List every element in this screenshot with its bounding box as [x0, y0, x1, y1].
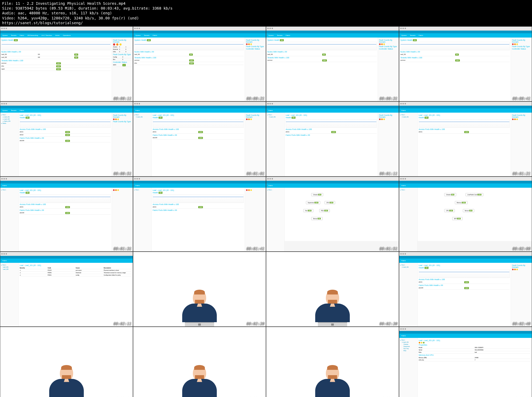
frame-4: SystemTenantsFabric System Health 95Node…	[399, 26, 532, 101]
laptop-icon	[185, 322, 214, 326]
tenants-title: Tenants With Health ≤ 100	[1, 60, 111, 62]
timestamp: 00:00:11	[113, 96, 131, 101]
frame-10: Fabric ▸ Pod 1Leaf - Leaf_101 (ID - 101)…	[133, 177, 266, 252]
frame-13: Fabric ▸ Pod 1Leaf_101Leaf_102Leaf - Lea…	[0, 252, 133, 327]
frame-14: 00:02:20	[133, 252, 266, 327]
file-metadata: File: 11 - 2.2 Investigating Physical He…	[0, 0, 532, 26]
health-chart	[1, 42, 111, 50]
properties-table: ModelN9K-C9396PXSerialSAL1819S0E6Rolelea…	[419, 346, 531, 354]
topology-view[interactable]: Chassis 99 Supervisor 100 CPU 100 Fan 10…	[285, 188, 399, 241]
frame-16: Fabric ▸ Pod 1▾ Leaf_101Leaf - Leaf_101 …	[399, 252, 532, 327]
frame-1: SystemTenantsFabricVM NetworkingL4-L7 Se…	[0, 26, 133, 101]
presenter	[133, 252, 266, 326]
mem-cpu-title: Memory And CPU	[419, 354, 531, 356]
frame-5: SystemTenantsFabric ▸ Pod 1▸ Leaf_101▸ L…	[0, 101, 133, 177]
frame-20: Fabric ▸ Pod 1▾ Leaf_101ChassisSuperviso…	[399, 327, 532, 397]
frame-3: SystemTenantsFabric System Health 95Node…	[266, 26, 399, 101]
nodes-table: Leaf_10110199Leaf_10210299	[1, 53, 111, 59]
thumbnail-grid: SystemTenantsFabricVM NetworkingL4-L7 Se…	[0, 26, 532, 397]
controller-status: Controller Status	[113, 61, 132, 63]
frame-12: Fabric ▸ Pod 1 Chassis 99 Line/Fabric Ca…	[399, 177, 532, 252]
tenants-table: common100infra100mgmt100	[1, 62, 111, 71]
fault-type: Fault Counts By Type	[113, 54, 132, 55]
system-health-title: System Health 95	[1, 39, 111, 41]
frame-18: 00:03:01	[133, 327, 266, 397]
nodes-title: Nodes With Health ≤ 99	[1, 51, 111, 53]
faults-table[interactable]: SeverityCodeCauseDescription⚠F0103port-d…	[20, 267, 132, 276]
cisco-nav[interactable]: SystemTenantsFabricVM NetworkingL4-L7 Se…	[0, 33, 133, 38]
frame-17: 00:02:51	[0, 327, 133, 397]
frame-19: 00:03:11	[266, 327, 399, 397]
frame-8: Fabric ▸ Pod 1▾ Leaf_101Leaf - Leaf_101 …	[399, 101, 532, 177]
properties-title: Properties	[419, 344, 531, 346]
nav-tree[interactable]: ▸ Pod 1▸ Leaf_101▸ Leaf_102▸ Spine_201▸ …	[0, 113, 19, 177]
frame-9: Fabric ▸ Pod 1Leaf - Leaf_101 (ID - 101)…	[0, 177, 133, 252]
fault-domain: Fault Counts By Domain	[113, 39, 132, 43]
frame-7: Fabric ▸ Pod 1▾ Leaf_101Leaf - Leaf_101 …	[266, 101, 399, 177]
frame-2: SystemTenantsFabric System Health 95Node…	[133, 26, 266, 101]
frame-11: Fabric ▸ Pod 1 Chassis 99 Supervisor 100…	[266, 177, 399, 252]
frame-6: Fabric ▸ Pod 1▾ Leaf_101Leaf - Leaf_101 …	[133, 101, 266, 177]
frame-15: 00:02:30	[266, 252, 399, 327]
browser-chrome	[0, 27, 133, 31]
